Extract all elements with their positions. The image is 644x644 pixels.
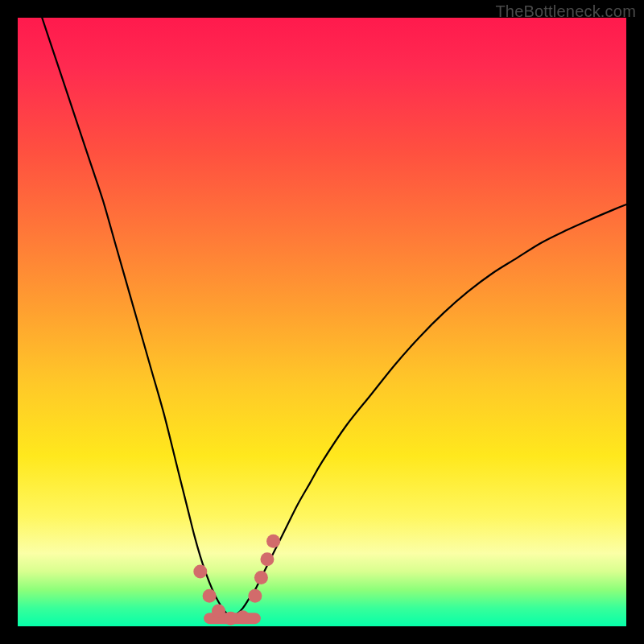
- valley-marker-dot: [193, 564, 207, 578]
- valley-marker-dot: [236, 610, 250, 624]
- valley-marker-points: [193, 535, 280, 625]
- left-curve: [42, 18, 230, 617]
- valley-marker-dot: [212, 605, 225, 618]
- valley-marker-dot: [248, 589, 262, 603]
- plot-area: [18, 18, 626, 626]
- valley-marker-dot: [203, 589, 217, 603]
- valley-marker-dot: [260, 552, 274, 566]
- right-curve: [231, 204, 626, 617]
- valley-marker-dot: [254, 571, 268, 584]
- valley-marker-dot: [266, 535, 280, 548]
- curves-layer: [18, 18, 626, 626]
- chart-frame: TheBottleneck.com: [0, 0, 644, 644]
- valley-marker-dot: [224, 612, 237, 625]
